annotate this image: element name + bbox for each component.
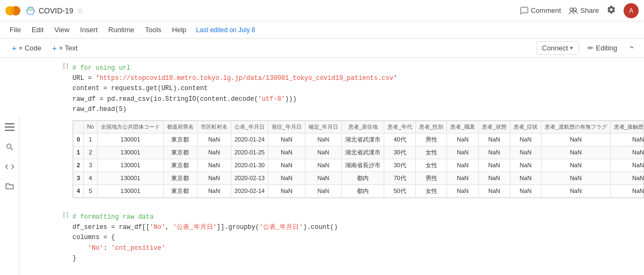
editing-label: Editing [596,44,617,52]
c2-line2: df_series = raw_df[['No', '公表_年月日']].gro… [72,224,338,231]
add-code-label: + Code [19,44,41,52]
notebook-content: [ ] # for using url URL = 'https://stopc… [39,58,644,275]
c2-line3: columns = { [72,234,115,241]
table-cell: 30代 [384,146,416,159]
table-cell: NaN [479,146,510,159]
menu-insert[interactable]: Insert [76,24,102,35]
pencil-icon: ✏ [588,44,594,52]
table-cell: NaN [197,133,231,146]
table-cell: NaN [268,184,305,197]
th-residence: 患者_居住地 [342,121,384,133]
table-cell: 130001 [97,146,163,159]
table-cell: 1 [84,133,98,146]
table-cell: 都内 [342,172,384,184]
table-cell: NaN [510,172,541,184]
cell-1-content[interactable]: # for using url URL = 'https://stopcovid… [72,58,644,203]
add-text-button[interactable]: + + Text [47,41,83,55]
table-cell: 130001 [97,184,163,197]
table-cell: NaN [305,146,342,159]
sidebar-code-icon[interactable] [5,163,14,173]
cell-1-gutter: [ ] [42,58,72,203]
menu-file[interactable]: File [5,24,25,35]
code-line-5: raw_df.head(5) [72,106,127,113]
table-row: 34130001東京都NaN2020-02-13NaNNaN都内70代男性NaN… [74,172,645,184]
url-string: https://stopcovid19.metro.tokyo.lg.jp/da… [99,75,393,82]
table-cell: 女性 [415,184,447,197]
menu-runtime[interactable]: Runtime [104,24,138,35]
table-cell: NaN [197,184,231,197]
svg-point-4 [570,8,573,11]
table-cell: 2020-01-30 [231,159,268,172]
table-cell: NaN [510,184,541,197]
connect-button[interactable]: Connect [536,41,579,55]
table-cell: 湖北省武漢市 [342,146,384,159]
user-avatar[interactable]: A [624,3,639,18]
sidebar-folder-icon[interactable] [5,182,14,192]
table-cell: NaN [541,159,611,172]
th-status: 患者_状態 [479,121,510,133]
row-index: 3 [74,172,84,184]
sidebar [0,116,19,275]
top-bar: COVID-19 ☆ Comment Share A [0,0,644,21]
code-line-3: content = requests.get(URL).content [72,85,208,92]
svg-point-9 [6,144,11,148]
last-edited[interactable]: Last edited on July 8 [196,26,255,34]
cell-1-code: # for using url URL = 'https://stopcovid… [72,60,644,118]
main-layout: [ ] # for using url URL = 'https://stopc… [0,58,644,275]
sidebar-search-icon[interactable] [5,143,14,153]
table-cell: NaN [479,133,510,146]
th-travel: 患者_渡航歴の有無フラグ [541,121,611,133]
colab-logo [5,3,20,18]
comment-button[interactable]: Comment [520,6,561,15]
table-cell: 湖南省長沙市 [342,159,384,172]
code-line-2: URL = 'https://stopcovid19.metro.tokyo.l… [72,75,397,82]
code-comment-2: # formatting raw data [72,213,153,221]
drive-icon [26,6,35,16]
th-city: 市区町村名 [197,121,231,133]
dataframe-table: No 全国地方公共団体コード 都道府県名 市区町村名 公表_年月日 発症_年月日… [72,120,644,198]
share-button[interactable]: Share [568,6,599,14]
cell-2-code: # formatting raw data df_series = raw_df… [72,209,644,275]
table-cell: 2020-02-13 [231,172,268,184]
menu-tools[interactable]: Tools [141,24,165,35]
table-cell: NaN [268,133,305,146]
svg-line-10 [11,148,13,150]
table-cell: 男性 [415,172,447,184]
th-no: No [84,121,98,133]
row-index: 4 [74,184,84,197]
table-cell: 男性 [415,133,447,146]
table-cell: 2020-01-25 [231,146,268,159]
editing-button[interactable]: ✏ Editing [583,42,621,54]
table-cell: 4 [84,172,98,184]
table-cell: NaN [541,146,611,159]
table-cell: NaN NaN [610,172,644,184]
comment-label: Comment [531,6,561,14]
th-empty [74,121,84,133]
table-cell: 湖北省武漢市 [342,133,384,146]
cell-1-bracket: [ ] [63,62,68,69]
th-contact: 患者_接触歴の有無フラグ [610,121,644,133]
table-cell: NaN [268,146,305,159]
menu-bar: File Edit View Insert Runtime Tools Help… [0,21,644,39]
table-cell: NaN [541,184,611,197]
table-cell: NaN [305,133,342,146]
menu-view[interactable]: View [50,24,74,35]
star-icon[interactable]: ☆ [77,6,84,15]
share-label: Share [580,6,599,14]
table-cell: 5 [84,184,98,197]
sidebar-menu-icon[interactable] [5,123,14,133]
settings-icon[interactable] [606,5,616,17]
code-comment-1: # for using url [72,64,130,72]
expand-button[interactable] [626,41,638,55]
table-cell: NaN [305,159,342,172]
table-cell: 130001 [97,133,163,146]
people-icon [568,7,578,14]
table-cell: 東京都 [163,172,197,184]
table-row: 45130001東京都NaN2020-02-14NaNNaN都内50代女性NaN… [74,184,645,197]
menu-help[interactable]: Help [168,24,191,35]
row-index: 1 [74,146,84,159]
menu-edit[interactable]: Edit [27,24,48,35]
th-symptom: 患者_症状 [510,121,541,133]
add-code-button[interactable]: + + Code [6,41,47,55]
cell-2-content[interactable]: # formatting raw data df_series = raw_df… [72,207,644,275]
